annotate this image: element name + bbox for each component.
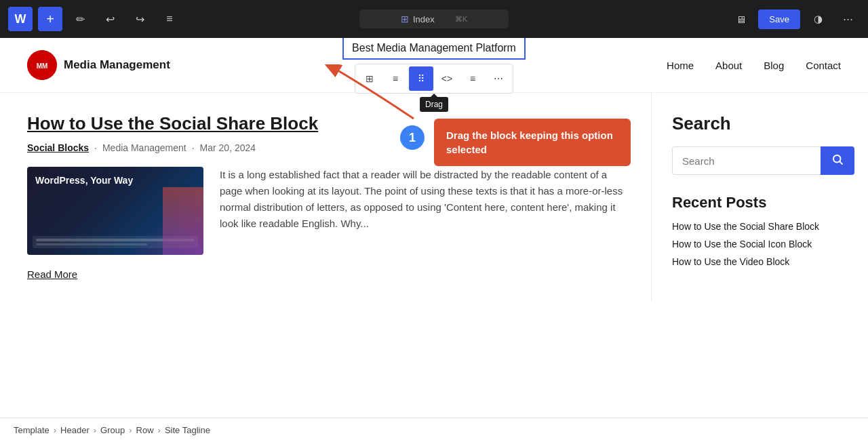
meta-separator1: · (94, 142, 97, 153)
more-options-button[interactable]: ⋯ (835, 7, 860, 31)
article-meta: Social Blocks · Media Management · Mar 2… (27, 142, 624, 153)
editor-toolbar: W + ✏ ↩ ↪ ≡ ⊞ Index ⌘K 🖥 Save ◑ ⋯ (0, 0, 868, 38)
search-input[interactable] (672, 146, 821, 175)
article-body: WordPress, Your Way It is a long establi… (27, 167, 624, 255)
breadcrumb: Template › Header › Group › Row › Site T… (0, 418, 868, 442)
recent-post-2[interactable]: How to Use the Video Block (672, 256, 848, 267)
search-submit-button[interactable] (821, 146, 854, 175)
undo-button[interactable]: ↩ (98, 7, 122, 31)
article-image: WordPress, Your Way (27, 167, 203, 255)
drag-button[interactable]: ⠿ (409, 66, 433, 91)
search-icon (831, 153, 844, 165)
drag-tooltip: Drag (420, 97, 448, 112)
site-title: Media Management (64, 58, 170, 72)
nav-home[interactable]: Home (667, 60, 694, 71)
main-content: How to Use the Social Share Block Social… (0, 93, 868, 301)
wp-logo[interactable]: W (8, 7, 33, 31)
article-title[interactable]: How to Use the Social Share Block (27, 113, 624, 134)
article-excerpt: It is a long established fact that a rea… (220, 167, 624, 255)
edit-button[interactable]: ✏ (68, 7, 92, 31)
svg-line-4 (840, 161, 842, 164)
breadcrumb-group[interactable]: Group (100, 425, 125, 435)
breadcrumb-row[interactable]: Row (136, 425, 154, 435)
article-category[interactable]: Social Blocks (27, 142, 89, 153)
view-button[interactable]: 🖥 (728, 7, 753, 31)
redo-button[interactable]: ↪ (127, 7, 152, 31)
breadcrumb-sep-2: › (94, 425, 96, 435)
logo-icon: MM (27, 50, 57, 80)
read-more-link[interactable]: Read More (27, 268, 77, 280)
list-view-button[interactable]: ≡ (157, 7, 182, 31)
style-toggle-button[interactable]: ◑ (806, 7, 830, 31)
breadcrumb-header[interactable]: Header (60, 425, 90, 435)
breadcrumb-sep-1: › (54, 425, 56, 435)
site-tagline[interactable]: Best Media Management Platform (342, 37, 526, 60)
block-toolbar: ⊞ ≡ ⠿ <> ≡ ⋯ Drag (355, 64, 513, 94)
logo-svg: MM (27, 50, 57, 80)
transform-button[interactable]: ⊞ (357, 66, 382, 91)
svg-point-3 (833, 155, 841, 163)
site-header: MM Media Management Best Media Managemen… (0, 38, 868, 93)
breadcrumb-site-tagline[interactable]: Site Tagline (165, 425, 210, 435)
save-button[interactable]: Save (758, 9, 800, 29)
breadcrumb-sep-3: › (129, 425, 132, 435)
breadcrumb-template[interactable]: Template (14, 425, 50, 435)
content-area: How to Use the Social Share Block Social… (0, 93, 651, 301)
recent-posts-title: Recent Posts (672, 194, 848, 212)
url-icon: ⊞ (401, 14, 409, 24)
url-label: Index (413, 14, 435, 24)
svg-text:MM: MM (37, 62, 48, 70)
toolbar-right: 🖥 Save ◑ ⋯ (728, 7, 860, 31)
nav-blog[interactable]: Blog (764, 60, 784, 71)
article-author: Media Management (102, 142, 186, 153)
site-nav: Home About Blog Contact (667, 60, 841, 71)
search-title: Search (672, 113, 848, 134)
shortcut-label: ⌘K (455, 15, 467, 24)
meta-separator2: · (192, 142, 195, 153)
site-tagline-wrapper: Best Media Management Platform ⊞ ≡ ⠿ <> … (342, 37, 526, 94)
add-block-button[interactable]: + (38, 7, 62, 31)
recent-post-0[interactable]: How to Use the Social Share Block (672, 221, 848, 232)
nav-contact[interactable]: Contact (806, 60, 841, 71)
nav-about[interactable]: About (715, 60, 742, 71)
more-button[interactable]: ⋯ (486, 66, 511, 91)
recent-post-1[interactable]: How to Use the Social Icon Block (672, 239, 848, 249)
article-image-headline: WordPress, Your Way (35, 175, 133, 186)
site-logo[interactable]: MM Media Management (27, 50, 170, 80)
sidebar: Search Recent Posts How to Use the Socia… (651, 93, 868, 301)
breadcrumb-sep-4: › (158, 425, 161, 435)
search-row (672, 146, 848, 175)
url-bar[interactable]: ⊞ Index ⌘K (359, 9, 509, 28)
code-button[interactable]: <> (435, 66, 459, 91)
read-more: Read More (27, 268, 624, 281)
article-date: Mar 20, 2024 (200, 142, 256, 153)
options-button[interactable]: ≡ (383, 66, 408, 91)
align-button[interactable]: ≡ (460, 66, 485, 91)
